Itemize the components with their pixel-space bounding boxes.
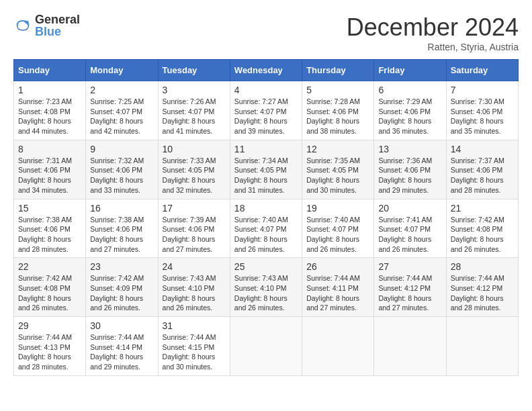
sunrise-label: Sunrise: 7:38 AM [90,216,144,224]
calendar-cell: 16 Sunrise: 7:38 AM Sunset: 4:06 PM Dayl… [86,199,158,258]
day-info: Sunrise: 7:44 AM Sunset: 4:14 PM Dayligh… [90,332,153,372]
day-info: Sunrise: 7:32 AM Sunset: 4:06 PM Dayligh… [90,156,153,195]
sunrise-label: Sunrise: 7:44 AM [378,274,432,282]
logo-icon [13,16,32,35]
day-info: Sunrise: 7:30 AM Sunset: 4:06 PM Dayligh… [451,97,514,136]
calendar-cell: 29 Sunrise: 7:44 AM Sunset: 4:13 PM Dayl… [14,317,86,376]
day-info: Sunrise: 7:29 AM Sunset: 4:06 PM Dayligh… [378,97,441,136]
calendar-cell: 9 Sunrise: 7:32 AM Sunset: 4:06 PM Dayli… [86,140,158,199]
day-number: 18 [234,203,298,214]
calendar-cell: 24 Sunrise: 7:43 AM Sunset: 4:10 PM Dayl… [158,258,230,317]
col-sunday: Sunday [14,60,86,81]
sunset-label: Sunset: 4:06 PM [90,225,142,233]
day-number: 2 [90,85,153,95]
calendar-cell: 20 Sunrise: 7:41 AM Sunset: 4:07 PM Dayl… [374,199,446,258]
sunset-label: Sunset: 4:06 PM [306,107,359,116]
sunrise-label: Sunrise: 7:38 AM [18,216,72,224]
calendar-cell [446,317,518,376]
day-number: 27 [378,261,441,272]
day-number: 7 [451,85,514,95]
sunrise-label: Sunrise: 7:25 AM [90,97,144,105]
calendar-cell: 12 Sunrise: 7:35 AM Sunset: 4:05 PM Dayl… [302,140,374,199]
calendar-week-5: 29 Sunrise: 7:44 AM Sunset: 4:13 PM Dayl… [14,317,519,376]
daylight-label: Daylight: 8 hours and 28 minutes. [451,294,504,312]
daylight-label: Daylight: 8 hours and 26 minutes. [451,235,504,253]
daylight-label: Daylight: 8 hours and 27 minutes. [90,235,143,253]
day-info: Sunrise: 7:42 AM Sunset: 4:09 PM Dayligh… [90,273,153,313]
sunrise-label: Sunrise: 7:43 AM [234,274,288,282]
daylight-label: Daylight: 8 hours and 29 minutes. [378,176,431,194]
day-info: Sunrise: 7:28 AM Sunset: 4:06 PM Dayligh… [306,97,369,136]
daylight-label: Daylight: 8 hours and 34 minutes. [18,176,71,194]
calendar-cell: 23 Sunrise: 7:42 AM Sunset: 4:09 PM Dayl… [86,258,158,317]
calendar-header: Sunday Monday Tuesday Wednesday Thursday… [14,60,519,81]
sunrise-label: Sunrise: 7:42 AM [451,216,504,224]
daylight-label: Daylight: 8 hours and 26 minutes. [234,235,287,253]
calendar-table: Sunday Monday Tuesday Wednesday Thursday… [13,59,519,376]
sunrise-label: Sunrise: 7:28 AM [306,97,360,105]
daylight-label: Daylight: 8 hours and 36 minutes. [378,117,431,135]
calendar-cell: 1 Sunrise: 7:23 AM Sunset: 4:08 PM Dayli… [14,81,86,140]
calendar-cell: 28 Sunrise: 7:44 AM Sunset: 4:12 PM Dayl… [446,258,518,317]
col-friday: Friday [374,60,446,81]
day-number: 17 [163,203,226,214]
calendar-cell [374,317,446,376]
calendar-cell: 2 Sunrise: 7:25 AM Sunset: 4:07 PM Dayli… [86,81,158,140]
sunset-label: Sunset: 4:06 PM [451,166,503,174]
sunset-label: Sunset: 4:10 PM [234,284,287,292]
day-number: 25 [234,261,298,272]
day-number: 15 [18,203,81,214]
month-title: December 2024 [347,13,519,42]
sunset-label: Sunset: 4:11 PM [306,284,359,292]
day-number: 3 [163,85,226,95]
sunrise-label: Sunrise: 7:42 AM [18,274,72,282]
col-monday: Monday [86,60,158,81]
day-number: 24 [163,261,226,272]
sunrise-label: Sunrise: 7:44 AM [451,274,504,282]
sunrise-label: Sunrise: 7:43 AM [163,274,216,282]
day-number: 14 [451,144,514,154]
title-section: December 2024 Ratten, Styria, Austria [347,13,519,52]
sunset-label: Sunset: 4:06 PM [378,107,431,116]
day-info: Sunrise: 7:25 AM Sunset: 4:07 PM Dayligh… [90,97,153,136]
day-number: 10 [163,144,226,154]
day-info: Sunrise: 7:34 AM Sunset: 4:05 PM Dayligh… [234,156,298,195]
day-info: Sunrise: 7:37 AM Sunset: 4:06 PM Dayligh… [451,156,514,195]
header-row: Sunday Monday Tuesday Wednesday Thursday… [14,60,519,81]
col-thursday: Thursday [302,60,374,81]
sunrise-label: Sunrise: 7:44 AM [163,333,216,341]
sunset-label: Sunset: 4:06 PM [18,225,71,233]
daylight-label: Daylight: 8 hours and 27 minutes. [306,294,359,312]
day-info: Sunrise: 7:42 AM Sunset: 4:08 PM Dayligh… [451,215,514,255]
calendar-week-4: 22 Sunrise: 7:42 AM Sunset: 4:08 PM Dayl… [14,258,519,317]
sunrise-label: Sunrise: 7:33 AM [163,156,216,165]
sunrise-label: Sunrise: 7:37 AM [451,156,504,165]
daylight-label: Daylight: 8 hours and 26 minutes. [306,235,359,253]
calendar-cell: 22 Sunrise: 7:42 AM Sunset: 4:08 PM Dayl… [14,258,86,317]
calendar-cell: 3 Sunrise: 7:26 AM Sunset: 4:07 PM Dayli… [158,81,230,140]
location-subtitle: Ratten, Styria, Austria [347,42,519,52]
sunset-label: Sunset: 4:08 PM [451,225,503,233]
logo-blue: Blue [35,26,80,38]
day-info: Sunrise: 7:43 AM Sunset: 4:10 PM Dayligh… [234,273,298,313]
daylight-label: Daylight: 8 hours and 26 minutes. [234,294,287,312]
col-saturday: Saturday [446,60,518,81]
day-number: 1 [18,85,81,95]
day-number: 9 [90,144,153,154]
calendar-week-1: 1 Sunrise: 7:23 AM Sunset: 4:08 PM Dayli… [14,81,519,140]
day-info: Sunrise: 7:39 AM Sunset: 4:06 PM Dayligh… [163,215,226,255]
daylight-label: Daylight: 8 hours and 32 minutes. [163,176,216,194]
day-info: Sunrise: 7:31 AM Sunset: 4:06 PM Dayligh… [18,156,81,195]
calendar-cell: 7 Sunrise: 7:30 AM Sunset: 4:06 PM Dayli… [446,81,518,140]
day-number: 22 [18,261,81,272]
sunset-label: Sunset: 4:09 PM [90,284,142,292]
day-info: Sunrise: 7:35 AM Sunset: 4:05 PM Dayligh… [306,156,369,195]
calendar-cell: 21 Sunrise: 7:42 AM Sunset: 4:08 PM Dayl… [446,199,518,258]
day-info: Sunrise: 7:38 AM Sunset: 4:06 PM Dayligh… [18,215,81,255]
daylight-label: Daylight: 8 hours and 27 minutes. [163,235,216,253]
sunrise-label: Sunrise: 7:41 AM [378,216,432,224]
daylight-label: Daylight: 8 hours and 33 minutes. [90,176,143,194]
logo: General Blue [13,13,80,38]
sunset-label: Sunset: 4:10 PM [163,284,215,292]
sunset-label: Sunset: 4:06 PM [378,166,431,174]
